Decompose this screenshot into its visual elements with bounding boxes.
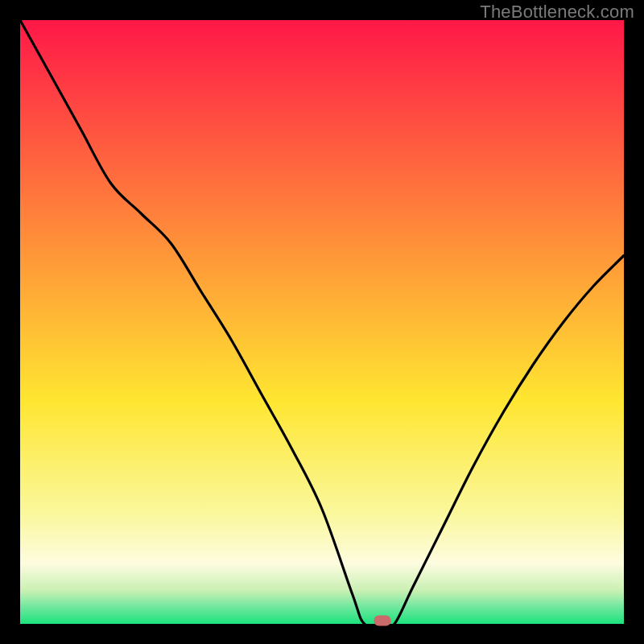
bottleneck-curve: [20, 20, 624, 624]
plot-area: [20, 20, 624, 624]
optimal-point-marker: [374, 616, 391, 626]
chart-frame: TheBottleneck.com: [0, 0, 644, 644]
